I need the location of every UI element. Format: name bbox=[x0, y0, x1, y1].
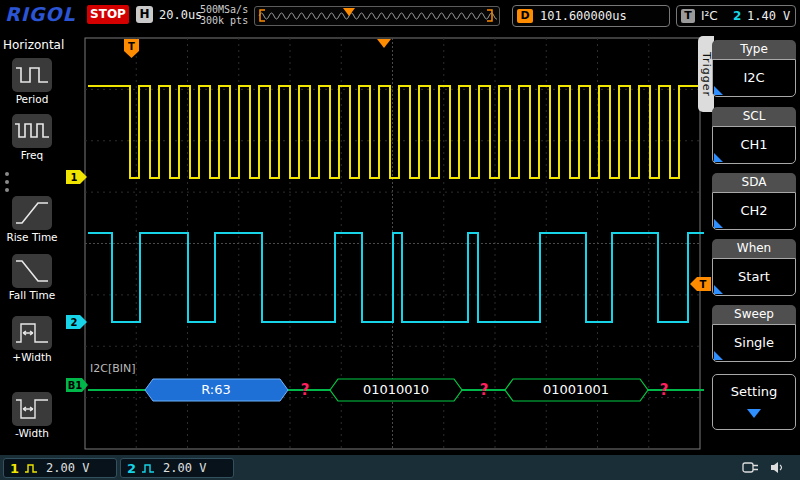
channel2-status[interactable]: 2 2.00 V bbox=[120, 458, 234, 478]
channel2-scale: 2.00 V bbox=[163, 461, 206, 475]
fall-time-icon[interactable] bbox=[12, 254, 52, 288]
measure-rise-time[interactable]: Rise Time bbox=[0, 231, 64, 243]
usb-icon bbox=[742, 460, 760, 475]
menu-value-sweep[interactable]: Single bbox=[712, 324, 796, 362]
menu-value-sda[interactable]: CH2 bbox=[712, 192, 796, 230]
trigger-level-value: 1.40 V bbox=[747, 9, 790, 23]
menu-value-scl-text: CH1 bbox=[740, 137, 767, 152]
menu-header-when: When bbox=[712, 239, 796, 258]
menu-value-type[interactable]: I2C bbox=[712, 59, 796, 97]
top-status-bar: RIGOL STOP H 20.0us 500MSa/s 300k pts D … bbox=[0, 0, 800, 30]
delay-icon: D bbox=[517, 9, 533, 23]
measure-period[interactable]: Period bbox=[0, 93, 64, 105]
menu-header-type: Type bbox=[712, 40, 796, 59]
measure-freq[interactable]: Freq bbox=[0, 149, 64, 161]
menu-value-type-text: I2C bbox=[743, 70, 764, 85]
menu-value-scl[interactable]: CH1 bbox=[712, 126, 796, 164]
trigger-level-label: T bbox=[700, 279, 707, 290]
oscilloscope-screen: { "top_bar": { "logo": "RIGOL", "run_sta… bbox=[0, 0, 800, 480]
measure-fall-time[interactable]: Fall Time bbox=[0, 289, 64, 301]
delay-readout[interactable]: D 101.600000us bbox=[512, 5, 670, 27]
trigger-source-value: 2 bbox=[733, 9, 741, 23]
memory-depth: 300k pts bbox=[200, 15, 248, 26]
preview-graphic bbox=[255, 7, 497, 23]
speaker-icon bbox=[770, 460, 786, 475]
decode-error-2: ? bbox=[480, 381, 489, 399]
submenu-corner-icon bbox=[714, 351, 723, 360]
channel1-marker[interactable]: 1 bbox=[66, 170, 87, 184]
submenu-corner-icon bbox=[714, 219, 723, 228]
decode-address-text: R:63 bbox=[201, 382, 231, 397]
menu-header-scl: SCL bbox=[712, 107, 796, 126]
decode-error-3: ? bbox=[660, 381, 669, 399]
trigger-icon: T bbox=[681, 9, 695, 23]
menu-value-when-text: Start bbox=[738, 269, 770, 284]
bus1-marker-label: B1 bbox=[68, 380, 83, 391]
measure-minus-width[interactable]: -Width bbox=[0, 427, 64, 439]
setting-label: Setting bbox=[713, 384, 795, 399]
horizontal-scale-value: 20.0us bbox=[159, 8, 202, 22]
menu-value-sweep-text: Single bbox=[734, 335, 774, 350]
rigol-logo: RIGOL bbox=[5, 3, 76, 25]
measure-plus-width[interactable]: +Width bbox=[0, 351, 64, 363]
channel2-marker[interactable]: 2 bbox=[66, 315, 87, 329]
delay-value: 101.600000us bbox=[540, 9, 627, 23]
channel1-number: 1 bbox=[10, 461, 19, 476]
trigger-readout[interactable]: T I²C 2 1.40 V bbox=[676, 5, 796, 27]
chevron-down-icon bbox=[747, 409, 761, 418]
sidebar-scroll-dot bbox=[5, 172, 9, 176]
channel1-marker-label: 1 bbox=[71, 172, 78, 183]
horizontal-scale-icon: H bbox=[136, 6, 153, 23]
trigger-type-value: I²C bbox=[701, 9, 718, 23]
menu-setting-button[interactable]: Setting bbox=[712, 374, 796, 430]
submenu-corner-icon bbox=[714, 86, 723, 95]
period-icon[interactable] bbox=[12, 58, 52, 92]
freq-icon[interactable] bbox=[12, 114, 52, 148]
run-state-badge: STOP bbox=[87, 5, 129, 24]
decode-error-1: ? bbox=[301, 381, 310, 399]
menu-value-when[interactable]: Start bbox=[712, 258, 796, 296]
decode-data1-text: 01010010 bbox=[363, 382, 429, 397]
decode-bus-label: I2C[BIN] bbox=[90, 362, 136, 375]
sidebar-scroll-dot bbox=[5, 180, 9, 184]
channel1-scale: 2.00 V bbox=[46, 461, 89, 475]
menu-header-sweep: Sweep bbox=[712, 305, 796, 324]
memory-waveform-preview[interactable] bbox=[254, 6, 500, 26]
channel2-coupling-icon bbox=[141, 463, 157, 474]
channel1-status[interactable]: 1 2.00 V bbox=[3, 458, 117, 478]
acquisition-info: 500MSa/s 300k pts bbox=[200, 4, 248, 26]
channel1-coupling-icon bbox=[24, 463, 40, 474]
trigger-flag-label: T bbox=[128, 41, 135, 52]
rise-time-icon[interactable] bbox=[12, 196, 52, 230]
sample-rate: 500MSa/s bbox=[200, 4, 248, 15]
menu-value-sda-text: CH2 bbox=[740, 203, 767, 218]
minus-width-icon[interactable] bbox=[12, 392, 52, 426]
sidebar-scroll-dot bbox=[5, 188, 9, 192]
decode-data2-text: 01001001 bbox=[543, 382, 609, 397]
menu-header-sda: SDA bbox=[712, 173, 796, 192]
scope-display: I2C[BIN] R:63 ? 01010010 ? 01001001 ? 1 … bbox=[65, 30, 715, 455]
submenu-corner-icon bbox=[714, 285, 723, 294]
plus-width-icon[interactable] bbox=[12, 316, 52, 350]
channel2-marker-label: 2 bbox=[71, 317, 78, 328]
channel2-number: 2 bbox=[127, 461, 136, 476]
measure-sidebar-title: Horizontal bbox=[3, 38, 64, 52]
bottom-status-bar: 1 2.00 V 2 2.00 V bbox=[0, 455, 800, 480]
submenu-corner-icon bbox=[714, 153, 723, 162]
